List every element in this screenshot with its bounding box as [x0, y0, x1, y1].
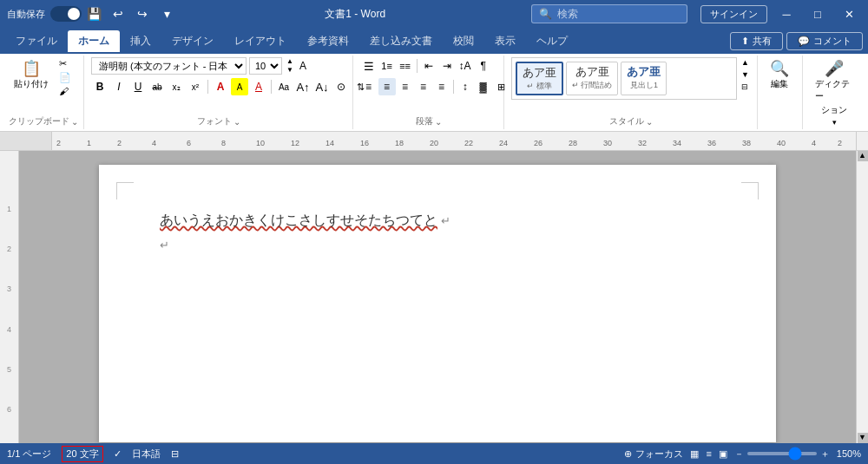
bullets-button[interactable]: ☰ [360, 57, 378, 75]
tab-design[interactable]: デザイン [161, 30, 224, 52]
style-heading1[interactable]: あア亜 見出し1 [621, 62, 667, 95]
language[interactable]: 日本語 [132, 448, 161, 461]
superscript-button[interactable]: x² [187, 78, 204, 95]
scroll-track[interactable] [857, 161, 868, 433]
tab-file[interactable]: ファイル [5, 30, 68, 52]
dictation-button[interactable]: 🎤 ディクテー ション ▾ [810, 57, 859, 130]
font-expand-icon[interactable]: ⌄ [233, 117, 240, 127]
pilcrow-button[interactable]: ¶ [475, 57, 492, 75]
style-standard[interactable]: あア亜 ↵ 標準 [516, 62, 563, 95]
tab-help[interactable]: ヘルプ [526, 30, 578, 52]
margin-num-2: 2 [7, 243, 11, 283]
editing-content: 🔍 編集 [765, 56, 794, 126]
paste-button[interactable]: 📋 貼り付け [9, 57, 54, 94]
focus-mode[interactable]: ⊕ フォーカス [624, 448, 683, 461]
comment-button[interactable]: 💬 コメント [786, 32, 863, 50]
strikethrough-button[interactable]: ab [148, 78, 166, 95]
autosave-toggle[interactable] [50, 6, 82, 22]
outline-view[interactable]: ≡ [706, 448, 711, 459]
save-icon[interactable]: 💾 [82, 2, 106, 26]
title-right: サインイン ─ □ ✕ [687, 5, 861, 23]
restore-button[interactable]: □ [806, 5, 830, 23]
text-color-aa-button[interactable]: Aa [275, 78, 293, 95]
zoom-out-button[interactable]: － [734, 448, 744, 461]
editing-button[interactable]: 🔍 編集 [765, 57, 794, 94]
redo-icon[interactable]: ↪ [130, 2, 155, 26]
numbering-button[interactable]: 1≡ [378, 57, 396, 75]
zoom-level[interactable]: 150% [837, 448, 861, 459]
paragraph-expand-icon[interactable]: ⌄ [435, 117, 442, 127]
subscript-button[interactable]: x₂ [168, 78, 185, 95]
document-page[interactable]: あいうえおかきくけこさしすせそたちつてと ↵ ↵ [99, 165, 776, 442]
cut-button[interactable]: ✂ [56, 57, 75, 70]
page-info[interactable]: 1/1 ページ [7, 448, 51, 461]
shading-button[interactable]: ▓ [475, 78, 492, 95]
styles-expand-icon[interactable]: ⌄ [646, 117, 653, 127]
web-view-icon: ▣ [719, 448, 727, 460]
line-spacing-button[interactable]: ↕ [457, 78, 474, 95]
search-bar[interactable]: 🔍 [531, 4, 687, 23]
signin-button[interactable]: サインイン [700, 5, 767, 23]
style-compact[interactable]: あア亜 ↵ 行間詰め [566, 62, 619, 95]
close-button[interactable]: ✕ [837, 5, 861, 23]
bold-button[interactable]: B [91, 78, 108, 95]
tab-mailings[interactable]: 差し込み文書 [359, 30, 443, 52]
web-view[interactable]: ▣ [719, 448, 727, 460]
spell-check[interactable]: ✓ [114, 448, 122, 460]
dictation-dropdown[interactable]: ▾ [832, 118, 837, 127]
print-layout-view[interactable]: ▦ [690, 448, 699, 460]
underline-button[interactable]: U [129, 78, 147, 95]
document-scroll-area[interactable]: あいうえおかきくけこさしすせそたちつてと ↵ ↵ [19, 151, 856, 443]
font-name-select[interactable]: 游明朝 (本文のフォント - 日本 [91, 57, 247, 75]
styles-scroll-down[interactable]: ▼ [740, 69, 750, 80]
document-text[interactable]: あいうえおかきくけこさしすせそたちつてと [160, 212, 437, 227]
multilevel-button[interactable]: ≡≡ [397, 57, 414, 75]
zoom-in-button[interactable]: ＋ [820, 448, 830, 461]
copy-button[interactable]: 📄 [56, 71, 75, 84]
indent-right-button[interactable]: ⇥ [438, 57, 456, 75]
indent-left-button[interactable]: ⇤ [420, 57, 437, 75]
styles-expand[interactable]: ⊟ [740, 82, 750, 92]
document-text-line[interactable]: あいうえおかきくけこさしすせそたちつてと ↵ [160, 208, 715, 233]
tab-review[interactable]: 校閲 [443, 30, 484, 52]
vertical-scrollbar[interactable]: ▲ ▼ [856, 151, 868, 443]
scroll-up-button[interactable]: ▲ [858, 151, 868, 161]
shrink-font-button[interactable]: A↓ [313, 78, 331, 95]
grow-font-button[interactable]: A↑ [294, 78, 312, 95]
styles-scroll-up[interactable]: ▲ [740, 57, 750, 68]
clear-format-icon[interactable]: A [298, 58, 308, 74]
font-size-select[interactable]: 10.5 [249, 57, 282, 75]
clipboard-expand-icon[interactable]: ⌄ [71, 117, 78, 127]
text-effects-button[interactable]: A [212, 78, 229, 95]
align-right-button[interactable]: ≡ [397, 78, 414, 95]
undo-icon[interactable]: ↩ [106, 2, 130, 26]
tab-layout[interactable]: レイアウト [224, 30, 297, 52]
customize-icon[interactable]: ▾ [155, 2, 179, 26]
zoom-slider[interactable] [747, 452, 817, 455]
italic-button[interactable]: I [110, 78, 128, 95]
font-size-down[interactable]: ▼ [285, 66, 295, 75]
document-content[interactable]: あいうえおかきくけこさしすせそたちつてと ↵ ↵ [160, 208, 715, 252]
format-painter-button[interactable]: 🖌 [56, 85, 75, 97]
align-center-button[interactable]: ≡ [378, 78, 396, 95]
tab-home[interactable]: ホーム [68, 30, 120, 52]
font-content: 游明朝 (本文のフォント - 日本 10.5 ▲ ▼ A B I U ab x₂… [91, 56, 369, 114]
accessibility[interactable]: ⊟ [171, 448, 179, 460]
font-color-button[interactable]: A [250, 78, 267, 95]
font-size-up[interactable]: ▲ [285, 57, 295, 66]
tab-view[interactable]: 表示 [484, 30, 526, 52]
search-input[interactable] [557, 8, 661, 20]
highlight-button[interactable]: A [231, 78, 248, 95]
align-justify-button[interactable]: ≡ [415, 78, 432, 95]
tab-references[interactable]: 参考資料 [297, 30, 359, 52]
scroll-down-button[interactable]: ▼ [858, 433, 868, 443]
circle-button[interactable]: ⊙ [332, 78, 350, 95]
align-justify2-button[interactable]: ≡ [433, 78, 450, 95]
word-count[interactable]: 20 文字 [62, 446, 102, 462]
share-button[interactable]: ⬆ 共有 [730, 32, 783, 50]
autosave-label: 自動保存 [7, 8, 45, 21]
sort-para-button[interactable]: ↕A [457, 57, 474, 75]
minimize-button[interactable]: ─ [774, 5, 799, 23]
align-left-button[interactable]: ≡ [360, 78, 378, 95]
tab-insert[interactable]: 挿入 [120, 30, 161, 52]
